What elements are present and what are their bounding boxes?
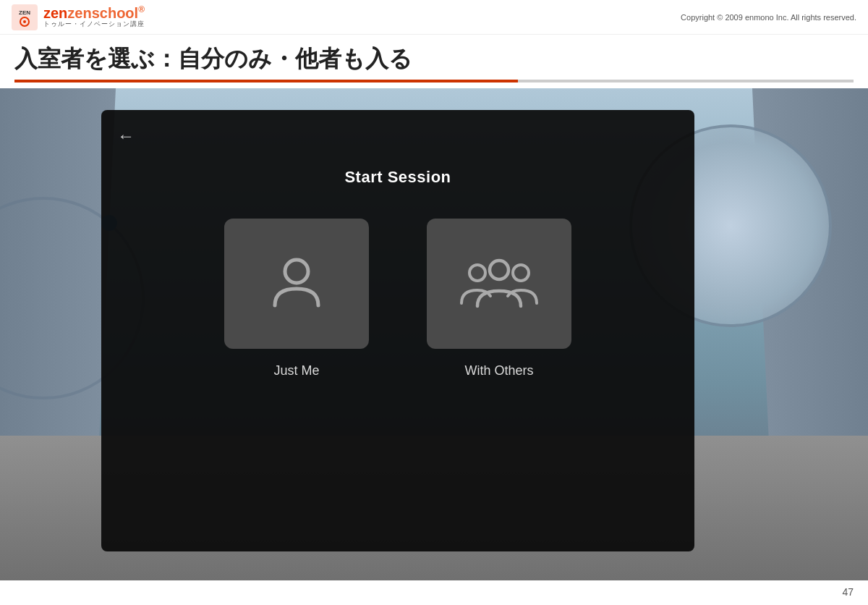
svg-point-4	[285, 260, 308, 283]
with-others-box[interactable]	[427, 219, 571, 349]
svg-point-5	[469, 265, 485, 281]
main-content: ← Start Session Just Me	[0, 88, 868, 580]
single-person-icon	[264, 251, 329, 316]
just-me-label: Just Me	[273, 363, 319, 378]
zenschool-logo-icon: ZEN	[12, 4, 38, 30]
session-dialog: ← Start Session Just Me	[101, 110, 694, 551]
copyright-text: Copyright © 2009 enmono Inc. All rights …	[681, 13, 856, 22]
title-area: 入室者を選ぶ：自分のみ・他者も入る	[0, 35, 868, 88]
just-me-option[interactable]: Just Me	[224, 219, 369, 378]
logo-subtitle: トゥルー・イノベーション講座	[43, 20, 145, 29]
session-options: Just Me	[101, 219, 694, 378]
slide-title: 入室者を選ぶ：自分のみ・他者も入る	[14, 43, 854, 75]
logo-registered: ®	[138, 4, 145, 14]
logo-text-area: zenzenschool® トゥルー・イノベーション講座	[43, 5, 145, 30]
session-title: Start Session	[101, 168, 694, 187]
header: ZEN zenzenschool® トゥルー・イノベーション講座 Copyrig…	[0, 0, 868, 35]
svg-point-6	[513, 265, 529, 281]
group-person-icon	[459, 251, 539, 316]
just-me-box[interactable]	[224, 219, 369, 349]
svg-point-3	[23, 20, 26, 23]
back-button[interactable]: ←	[117, 126, 135, 146]
svg-point-7	[490, 261, 509, 279]
with-others-label: With Others	[464, 363, 533, 378]
logo-main-text: zenzenschool®	[43, 5, 145, 20]
logo-accent: zen	[43, 4, 67, 20]
page-number: 47	[842, 586, 854, 598]
logo-area: ZEN zenzenschool® トゥルー・イノベーション講座	[12, 4, 145, 30]
title-underline	[14, 80, 854, 82]
with-others-option[interactable]: With Others	[427, 219, 571, 378]
svg-text:ZEN: ZEN	[19, 9, 30, 16]
